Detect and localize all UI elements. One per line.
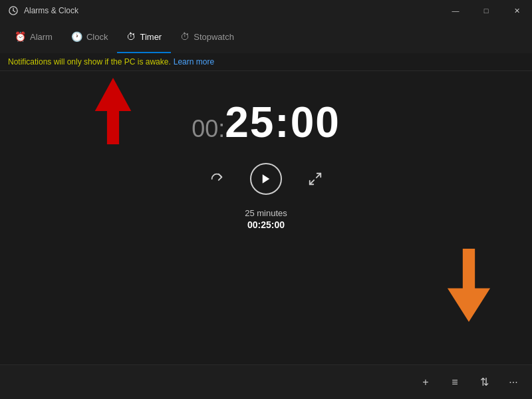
annotation-arrow-up (93, 78, 133, 147)
add-timer-button[interactable]: + (412, 369, 439, 396)
svg-marker-7 (448, 249, 490, 322)
tab-clock-label: Clock (86, 32, 108, 42)
svg-marker-4 (263, 174, 270, 184)
timer-icon: ⏱ (126, 31, 136, 42)
app-icon (8, 5, 19, 16)
svg-marker-3 (95, 78, 132, 144)
window-controls: — □ ✕ (440, 0, 532, 21)
timer-display: 00: 25:00 (192, 98, 340, 147)
expand-button[interactable] (303, 167, 327, 191)
sort-button[interactable]: ⇅ (471, 369, 497, 396)
annotation-arrow-down (446, 249, 492, 325)
bottom-toolbar: + ≡ ⇅ ··· (0, 364, 532, 399)
app-title: Alarms & Clock (24, 6, 78, 15)
edit-button[interactable]: ≡ (442, 369, 468, 396)
nav-bar: ⏰ Alarm 🕐 Clock ⏱ Timer ⏱ Stopwatch (0, 21, 532, 53)
tab-timer[interactable]: ⏱ Timer (117, 21, 171, 53)
alarm-icon: ⏰ (15, 31, 26, 42)
title-bar-left: Alarms & Clock (8, 5, 78, 16)
stopwatch-icon: ⏱ (180, 31, 190, 42)
more-button[interactable]: ··· (500, 369, 527, 396)
maximize-button[interactable]: □ (471, 0, 501, 21)
timer-label-time: 00:25:00 (245, 219, 287, 230)
main-content: 00: 25:00 25 minutes 00:25:00 (0, 71, 532, 364)
svg-line-6 (310, 180, 314, 184)
timer-label-name: 25 minutes (245, 208, 287, 218)
timer-label: 25 minutes 00:25:00 (245, 208, 287, 230)
tab-clock[interactable]: 🕐 Clock (62, 21, 118, 53)
timer-hours: 00: (192, 115, 225, 143)
timer-controls (205, 163, 327, 195)
svg-line-2 (13, 11, 15, 12)
reset-button[interactable] (205, 167, 229, 191)
tab-alarm-label: Alarm (30, 32, 53, 42)
notification-text: Notifications will only show if the PC i… (8, 57, 171, 66)
play-button[interactable] (250, 163, 282, 195)
minimize-button[interactable]: — (440, 0, 471, 21)
svg-line-5 (317, 174, 321, 178)
notification-bar: Notifications will only show if the PC i… (0, 53, 532, 71)
learn-more-link[interactable]: Learn more (174, 57, 214, 66)
tab-stopwatch[interactable]: ⏱ Stopwatch (171, 21, 243, 53)
tab-timer-label: Timer (140, 32, 162, 42)
timer-minutes-seconds: 25:00 (225, 98, 340, 147)
tab-alarm[interactable]: ⏰ Alarm (5, 21, 62, 53)
clock-icon: 🕐 (71, 31, 82, 42)
title-bar: Alarms & Clock — □ ✕ (0, 0, 532, 21)
tab-stopwatch-label: Stopwatch (194, 32, 234, 42)
close-button[interactable]: ✕ (501, 0, 532, 21)
